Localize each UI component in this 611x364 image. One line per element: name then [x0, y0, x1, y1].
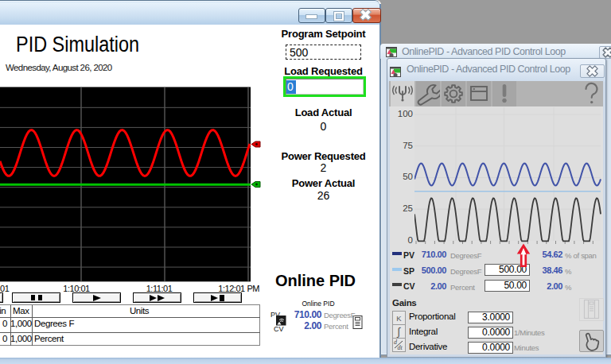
svg-text:dt: dt — [398, 344, 403, 351]
